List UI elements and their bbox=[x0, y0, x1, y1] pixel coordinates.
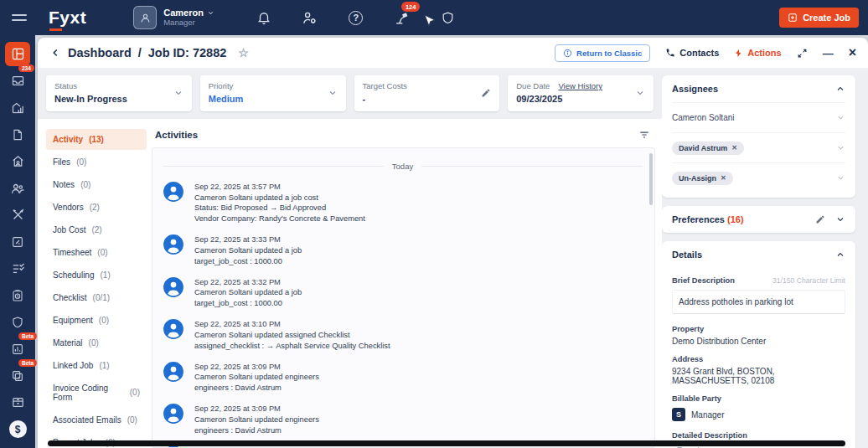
property-label: Property bbox=[672, 325, 704, 333]
chevron-down-icon bbox=[207, 9, 214, 17]
remove-icon[interactable]: ✕ bbox=[721, 174, 726, 182]
sidebar-item-notes[interactable] bbox=[5, 229, 30, 254]
tab-files[interactable]: Files(0) bbox=[46, 152, 147, 173]
user-menu[interactable]: Cameron Manager bbox=[133, 6, 214, 29]
bottom-bar bbox=[48, 440, 845, 446]
security-shield-icon[interactable] bbox=[439, 8, 457, 27]
tab-activity[interactable]: Activity(13) bbox=[46, 129, 147, 150]
dashboard-icon bbox=[11, 47, 25, 61]
sidebar-item-tools[interactable] bbox=[5, 203, 30, 227]
favorite-star-icon[interactable]: ☆ bbox=[238, 46, 249, 59]
chevron-up-icon[interactable] bbox=[835, 84, 845, 94]
chevron-down-icon[interactable] bbox=[835, 214, 845, 224]
create-job-button[interactable]: Create Job bbox=[779, 8, 859, 28]
sidebar-item-schedule[interactable] bbox=[5, 283, 30, 307]
chevron-down-icon[interactable] bbox=[836, 113, 845, 122]
chevron-down-icon[interactable] bbox=[635, 88, 645, 98]
notifications-bell-icon[interactable] bbox=[255, 8, 273, 27]
remove-icon[interactable]: ✕ bbox=[731, 144, 737, 152]
chevron-down-icon[interactable] bbox=[328, 88, 338, 98]
brief-description-label: Brief Description bbox=[672, 276, 735, 285]
user-settings-icon[interactable] bbox=[301, 8, 319, 27]
assignee-row[interactable]: David Astrum✕ bbox=[672, 132, 845, 162]
breadcrumb-dashboard[interactable]: Dashboard bbox=[68, 46, 132, 59]
job-detail-modal: Dashboard / Job ID: 72882 ☆ Return to Cl… bbox=[38, 38, 868, 448]
user-avatar[interactable] bbox=[133, 6, 157, 29]
cabinet-icon bbox=[11, 395, 25, 409]
actions-button[interactable]: Actions bbox=[734, 48, 781, 58]
chevron-up-icon[interactable] bbox=[835, 250, 845, 260]
due-date-label: Due Date bbox=[516, 81, 550, 90]
tab-linked-job[interactable]: Linked Job(1) bbox=[46, 355, 147, 376]
tab-list: Activity(13)Files(0)Notes(0)Vendors(2)Jo… bbox=[38, 119, 147, 448]
minimize-icon[interactable]: — bbox=[823, 48, 834, 59]
sidebar-item-home-services[interactable] bbox=[5, 149, 30, 173]
return-to-classic-button[interactable]: Return to Classic bbox=[555, 44, 650, 62]
app-logo[interactable]: Fyxt bbox=[49, 8, 86, 28]
tab-material[interactable]: Material(0) bbox=[46, 332, 147, 353]
status-field[interactable]: Status New-In Progress bbox=[46, 75, 192, 111]
activity-text: engineers : David Astrum bbox=[194, 425, 319, 436]
sidebar-item-documents[interactable] bbox=[5, 122, 30, 147]
help-icon[interactable]: ? bbox=[347, 8, 365, 27]
sidebar-item-team[interactable] bbox=[5, 176, 30, 200]
sidebar-item-properties[interactable] bbox=[5, 95, 30, 120]
priority-field[interactable]: Priority Medium bbox=[200, 75, 346, 111]
user-avatar-icon bbox=[163, 318, 184, 351]
sidebar-item-reports[interactable]: Beta bbox=[5, 337, 30, 361]
user-avatar-icon bbox=[163, 234, 184, 266]
target-costs-field[interactable]: Target Costs - bbox=[354, 75, 500, 111]
assignee-row[interactable]: Cameron Soltani bbox=[672, 102, 845, 132]
activity-feed-list: Sep 22, 2025 at 3:57 PMCameron Soltani u… bbox=[163, 181, 643, 448]
sidebar-item-templates[interactable]: Beta bbox=[5, 363, 30, 388]
edit-pencil-icon[interactable] bbox=[481, 88, 491, 98]
tab-equipment[interactable]: Equipment(0) bbox=[46, 310, 147, 331]
back-chevron-icon[interactable] bbox=[49, 47, 61, 59]
feed-scrollbar[interactable] bbox=[649, 153, 653, 205]
activity-text: Cameron Soltani updated engineers bbox=[194, 372, 319, 383]
sidebar-item-equipment[interactable] bbox=[5, 390, 30, 415]
tab-checklist[interactable]: Checklist(0/1) bbox=[46, 287, 147, 308]
tab-timesheet[interactable]: Timesheet(0) bbox=[46, 242, 147, 263]
activity-text: Vendor Company: Randy's Concrete & Pavem… bbox=[194, 214, 365, 224]
billable-party-icon: S bbox=[672, 408, 685, 421]
activity-entry: Sep 22, 2025 at 3:33 PMCameron Soltani u… bbox=[163, 234, 643, 266]
tab-associated-emails[interactable]: Associated Emails(0) bbox=[46, 409, 147, 430]
tab-job-cost[interactable]: Job Cost(2) bbox=[46, 219, 147, 240]
user-avatar-icon bbox=[163, 403, 184, 435]
tab-notes[interactable]: Notes(0) bbox=[46, 174, 147, 195]
breadcrumb-separator: / bbox=[138, 46, 142, 59]
due-date-field[interactable]: Due DateView History 09/23/2025 bbox=[508, 75, 654, 111]
assignee-row[interactable]: Un-Assign✕ bbox=[672, 162, 845, 193]
resize-icon[interactable] bbox=[797, 48, 808, 59]
tab-scheduling[interactable]: Scheduling(1) bbox=[46, 265, 147, 286]
tab-vendors[interactable]: Vendors(2) bbox=[46, 197, 147, 218]
contacts-button[interactable]: Contacts bbox=[665, 48, 719, 58]
chevron-down-icon[interactable] bbox=[836, 143, 845, 152]
tab-invoice-coding-form[interactable]: Invoice Coding Form(0) bbox=[46, 378, 147, 408]
breadcrumb-job-id: Job ID: 72882 bbox=[148, 46, 227, 59]
chevron-down-icon[interactable] bbox=[173, 88, 183, 98]
user-avatar-icon bbox=[163, 361, 184, 394]
reports-beta-badge: Beta bbox=[18, 332, 37, 340]
sidebar-item-compliance[interactable] bbox=[5, 310, 30, 334]
user-role: Manager bbox=[163, 18, 214, 28]
menu-icon[interactable] bbox=[12, 11, 27, 24]
sidebar-item-inbox[interactable]: 234 bbox=[5, 69, 30, 93]
chevron-down-icon[interactable] bbox=[836, 173, 845, 183]
target-costs-value: - bbox=[363, 92, 482, 106]
sidebar-item-dashboard[interactable] bbox=[5, 42, 30, 66]
whats-new-icon[interactable]: 124 bbox=[393, 8, 411, 27]
activity-text: Cameron Soltani updated engineers bbox=[194, 415, 319, 425]
close-icon[interactable]: × bbox=[849, 46, 856, 59]
edit-pencil-icon[interactable] bbox=[815, 214, 825, 224]
view-history-link[interactable]: View History bbox=[558, 81, 602, 90]
dollar-icon: $ bbox=[9, 420, 27, 438]
assignee-chip[interactable]: David Astrum✕ bbox=[672, 142, 744, 155]
priority-label: Priority bbox=[209, 80, 328, 92]
sidebar-item-tasks[interactable] bbox=[5, 256, 30, 281]
filter-icon[interactable] bbox=[638, 129, 650, 141]
assignee-chip[interactable]: Un-Assign✕ bbox=[672, 172, 733, 185]
sidebar-item-billing[interactable]: $ bbox=[5, 417, 30, 441]
brief-description-input[interactable]: Address potholes in parking lot bbox=[672, 290, 845, 314]
